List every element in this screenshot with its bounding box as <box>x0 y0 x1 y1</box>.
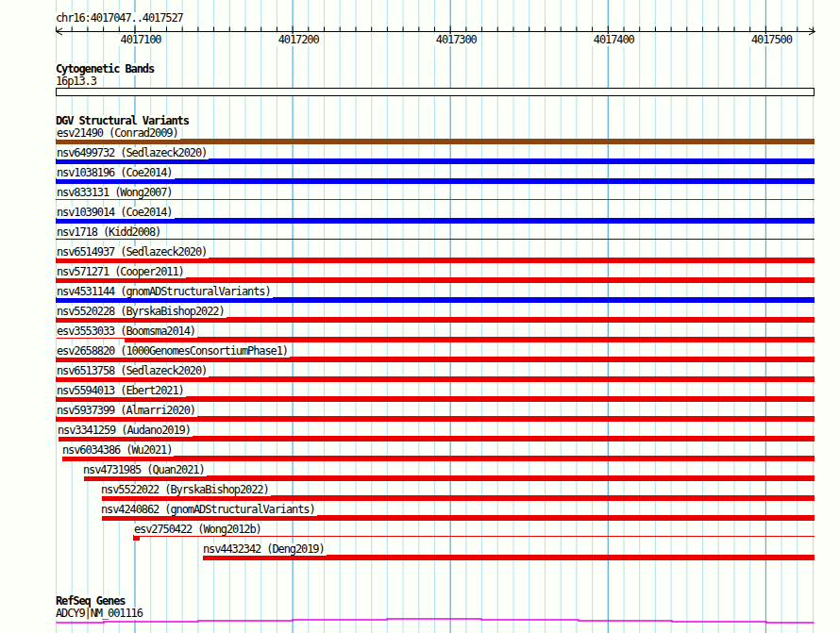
variant-label[interactable]: nsv6034386 (Wu2021) <box>62 444 174 457</box>
variant-label[interactable]: esv3553033 (Boomsma2014) <box>57 325 197 338</box>
ruler-tick-label: 4017300 <box>434 34 479 46</box>
variant-bar-gain[interactable] <box>56 239 815 241</box>
cytoband-box[interactable] <box>56 88 815 96</box>
variant-label[interactable]: esv21490 (Conrad2009) <box>57 127 180 140</box>
variant-label[interactable]: esv2658820 (1000GenomesConsortiumPhase1) <box>57 345 290 358</box>
ruler-tick-label: 4017200 <box>277 34 321 46</box>
variant-label[interactable]: nsv833131 (Wong2007) <box>57 187 175 199</box>
variant-bar-loss[interactable] <box>62 456 815 461</box>
variant-bar-loss[interactable] <box>125 337 815 342</box>
variant-label[interactable]: nsv5937399 (Almarri2020) <box>57 405 197 417</box>
variant-label[interactable]: nsv571271 (Cooper2011) <box>57 266 186 278</box>
variant-label[interactable]: nsv5520228 (ByrskaBishop2022) <box>57 306 227 318</box>
variant-label[interactable]: nsv5594013 (Ebert2021) <box>57 385 186 397</box>
ruler-tick-label: 4017400 <box>592 34 636 46</box>
variant-label[interactable]: nsv6499732 (Sedlazeck2020) <box>57 147 209 159</box>
variant-label[interactable]: nsv1718 (Kidd2008) <box>57 226 162 239</box>
variant-label[interactable]: nsv3341259 (Audano2019) <box>58 425 193 437</box>
variant-label[interactable]: nsv1039014 (Coe2014) <box>57 207 175 219</box>
variant-label[interactable]: nsv4240862 (gnomADStructuralVariants) <box>101 504 317 516</box>
variant-label[interactable]: nsv4731985 (Quan2021) <box>83 464 207 476</box>
variant-label[interactable]: nsv4432342 (Deng2019) <box>203 543 327 556</box>
variant-label[interactable]: esv2750422 (Wong2012b) <box>134 524 263 536</box>
ruler-tick-label: 4017500 <box>749 34 794 46</box>
genome-browser-panel: chr16:4017047..4017527 40171004017200401… <box>0 0 840 633</box>
variant-label[interactable]: nsv6513758 (Sedlazeck2020) <box>57 365 209 377</box>
refseq-gene-label[interactable]: ADCY9|NM_001116 <box>56 608 144 620</box>
cytoband-label: 16p13.3 <box>56 75 98 88</box>
variant-label[interactable]: nsv1038196 (Coe2014) <box>57 167 175 179</box>
ruler-tick-label: 4017100 <box>119 34 163 46</box>
variant-label[interactable]: nsv6514937 (Sedlazeck2020) <box>57 246 209 258</box>
variant-label[interactable]: nsv4531144 (gnomADStructuralVariants) <box>57 286 273 298</box>
variant-label[interactable]: nsv5522022 (ByrskaBishop2022) <box>101 484 271 496</box>
region-title: chr16:4017047..4017527 <box>56 12 185 25</box>
